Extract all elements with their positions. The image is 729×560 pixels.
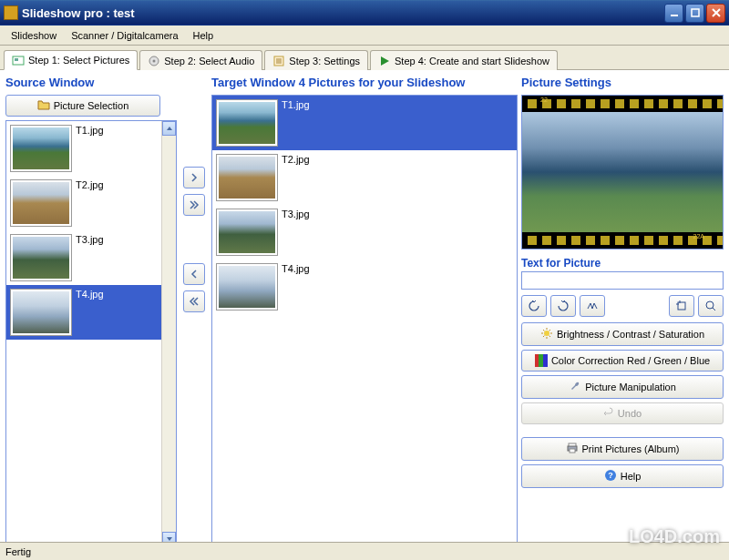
source-item[interactable]: T3.jpg [6,230,176,285]
crop-button[interactable] [669,295,694,317]
tabbar: Step 1: Select Pictures Step 2: Select A… [0,46,729,70]
item-label: T3.jpg [76,234,104,245]
svg-text:?: ? [608,471,613,480]
settings-column: Picture Settings 22 22A Text for Picture [521,76,724,547]
scroll-up-button[interactable] [162,121,176,136]
remove-all-button[interactable] [183,290,205,312]
tab-label: Step 1: Select Pictures [28,55,129,66]
play-icon [378,55,391,67]
text-for-picture-label: Text for Picture [521,257,724,270]
svg-point-9 [544,331,549,336]
target-item[interactable]: T1.jpg [212,96,517,150]
menubar: Slideshow Scanner / Digitalcamera Help [0,25,729,46]
window-title: Slideshow pro : test [22,6,664,20]
menu-help[interactable]: Help [186,28,221,43]
settings-heading: Picture Settings [521,76,724,89]
main-panel: Source Window Picture Selection T1.jpg T… [0,70,729,553]
thumbnail [10,234,72,281]
target-item[interactable]: T3.jpg [212,205,517,260]
undo-button: Undo [521,402,724,424]
target-item[interactable]: T4.jpg [212,260,517,314]
undo-icon [603,407,614,420]
audio-icon [148,55,160,67]
source-column: Source Window Picture Selection T1.jpg T… [5,76,177,547]
button-label: Color Correction Red / Green / Blue [551,355,710,366]
tab-step1[interactable]: Step 1: Select Pictures [4,50,138,70]
button-label: Picture Manipulation [585,382,676,392]
rotation-toolbar [521,295,724,317]
svg-point-8 [706,301,714,309]
item-label: T4.jpg [76,289,104,300]
color-correction-button[interactable]: Color Correction Red / Green / Blue [521,350,724,372]
target-list[interactable]: T1.jpg T2.jpg T3.jpg T4.jpg [211,95,518,547]
add-button[interactable] [183,167,205,188]
transfer-column [180,76,208,547]
thumbnail [216,99,278,147]
menu-slideshow[interactable]: Slideshow [4,28,64,43]
film-strip-bottom: 22A [522,232,723,249]
folder-icon [37,98,50,113]
rotate-right-button[interactable] [550,295,576,317]
source-item[interactable]: T2.jpg [6,176,176,230]
item-label: T1.jpg [76,125,104,136]
thumbnail [216,263,278,311]
help-icon: ? [604,469,617,484]
printer-icon [566,442,579,456]
thumbnail [10,289,72,336]
button-label: Brightness / Contrast / Saturation [557,329,704,340]
source-heading: Source Window [5,76,177,89]
tab-step2[interactable]: Step 2: Select Audio [139,50,262,70]
print-button[interactable]: Print Pictures (Album) [521,437,724,461]
remove-button[interactable] [183,263,205,285]
button-label: Undo [618,408,642,419]
rotate-left-button[interactable] [521,295,547,317]
thumbnail [216,209,278,256]
scrollbar[interactable] [161,121,176,546]
add-all-button[interactable] [183,194,205,216]
item-label: T2.jpg [282,154,310,165]
button-label: Picture Selection [54,100,129,111]
item-label: T3.jpg [282,209,310,219]
tab-label: Step 2: Select Audio [164,56,254,66]
help-button[interactable]: ? Help [521,464,724,488]
preview-image [522,112,723,232]
item-label: T1.jpg [282,99,310,110]
status-text: Fertig [5,546,31,557]
target-item[interactable]: T2.jpg [212,150,517,205]
picture-text-input[interactable] [521,271,724,290]
picture-manipulation-button[interactable]: Picture Manipulation [521,375,724,399]
svg-rect-12 [570,449,575,453]
button-label: Print Pictures (Album) [582,443,680,454]
svg-rect-3 [15,58,18,61]
target-heading: Target Window 4 Pictures for your Slides… [211,76,518,89]
titlebar: Slideshow pro : test [0,0,729,25]
rgb-icon [535,354,548,367]
button-label: Help [621,471,642,482]
brightness-icon [540,327,553,341]
tab-label: Step 4: Create and start Slideshow [395,56,549,66]
picture-selection-button[interactable]: Picture Selection [5,95,160,117]
flip-horizontal-button[interactable] [580,295,605,317]
wrench-icon [569,380,581,394]
statusbar: Fertig [0,542,729,560]
thumbnail [216,154,278,201]
thumbnail [10,125,72,172]
tab-step4[interactable]: Step 4: Create and start Slideshow [370,50,558,70]
tab-step3[interactable]: Step 3: Settings [264,50,368,70]
svg-rect-7 [678,302,685,310]
maximize-button[interactable] [685,4,704,23]
thumbnail [10,179,72,227]
settings-icon [272,55,285,67]
picture-preview: 22 22A [521,95,724,249]
item-label: T4.jpg [282,263,310,274]
menu-scanner[interactable]: Scanner / Digitalcamera [64,28,185,43]
zoom-button[interactable] [698,295,724,317]
minimize-button[interactable] [664,4,683,23]
brightness-button[interactable]: Brightness / Contrast / Saturation [521,322,724,346]
target-column: Target Window 4 Pictures for your Slides… [211,76,518,547]
source-item[interactable]: T4.jpg [6,285,176,340]
close-button[interactable] [706,4,725,23]
source-list[interactable]: T1.jpg T2.jpg T3.jpg T4.jpg [5,120,177,547]
scroll-track[interactable] [162,136,176,532]
source-item[interactable]: T1.jpg [6,121,176,176]
